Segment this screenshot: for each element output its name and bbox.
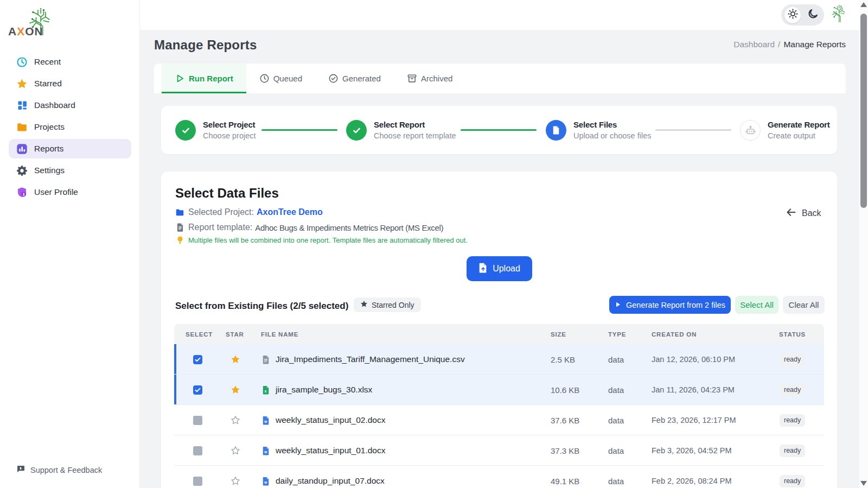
xlsx-file-icon: x xyxy=(262,375,270,405)
selected-project-link[interactable]: AxonTree Demo xyxy=(257,207,323,217)
sidebar-item-user-profile[interactable]: User Profile xyxy=(0,181,140,203)
file-row-1[interactable]: Jira_Impediments_Tariff_Management_Uniqu… xyxy=(174,344,824,375)
file-row-5[interactable]: wdaily_standup_input_07.docx49.1 KBdataF… xyxy=(174,466,824,488)
file-type: data xyxy=(608,435,624,466)
breadcrumb-dashboard-link[interactable]: Dashboard xyxy=(733,40,775,49)
brand-name: AXON xyxy=(8,25,43,38)
svg-text:w: w xyxy=(264,420,267,423)
archive-icon xyxy=(407,73,417,84)
docx-file-icon: w xyxy=(262,405,270,435)
row-checkbox[interactable] xyxy=(193,446,202,455)
file-name: weekly_status_input_02.docx xyxy=(276,405,386,435)
sidebar-item-label: Reports xyxy=(34,144,63,154)
file-upload-icon xyxy=(478,263,488,275)
star-icon xyxy=(360,300,368,309)
clear-all-button[interactable]: Clear All xyxy=(783,296,825,314)
row-checkbox[interactable] xyxy=(193,477,202,486)
tab-label: Archived xyxy=(421,74,452,83)
scrollbar-up-arrow[interactable] xyxy=(860,2,867,7)
row-checkbox[interactable] xyxy=(193,385,202,395)
light-mode-button[interactable] xyxy=(784,7,801,23)
svg-text:w: w xyxy=(264,450,267,454)
status-badge: ready xyxy=(780,475,805,487)
select-all-button[interactable]: Select All xyxy=(735,296,778,314)
file-name: Jira_Impediments_Tariff_Management_Uniqu… xyxy=(276,344,465,375)
column-header-star: STAR xyxy=(226,324,244,344)
sidebar-item-recent[interactable]: Recent xyxy=(0,51,140,73)
app-root: AXON RecentStarredDashboardProjectsRepor… xyxy=(0,0,868,488)
sidebar-item-label: Settings xyxy=(34,166,65,175)
file-row-2[interactable]: xjira_sample_bugs_30.xlsx10.6 KBdataJan … xyxy=(174,375,824,405)
select-data-files-card: Select Data Files Selected Project: Axon… xyxy=(161,172,837,488)
sidebar-item-dashboard[interactable]: Dashboard xyxy=(0,94,140,116)
svg-text:x: x xyxy=(264,389,266,393)
chat-bubble-icon xyxy=(16,465,25,476)
tab-label: Generated xyxy=(342,74,381,83)
file-row-3[interactable]: wweekly_status_input_02.docx37.6 KBdataF… xyxy=(174,405,824,435)
star-outline-icon[interactable] xyxy=(231,446,240,455)
step-connector-2 xyxy=(461,129,537,131)
theme-toggle[interactable] xyxy=(781,4,824,26)
row-checkbox[interactable] xyxy=(193,416,202,425)
sidebar-item-label: User Profile xyxy=(34,187,78,197)
main-content: Manage Reports Dashboard/Manage Reports … xyxy=(140,30,868,488)
file-size: 37.3 KB xyxy=(551,435,579,466)
breadcrumb-current: Manage Reports xyxy=(783,40,846,49)
tab-generated[interactable]: Generated xyxy=(315,64,394,93)
dark-mode-button[interactable] xyxy=(807,9,819,21)
window-scrollbar[interactable] xyxy=(859,0,868,488)
file-text-icon xyxy=(175,223,184,232)
step-4-circle xyxy=(740,120,761,141)
starred-only-label: Starred Only xyxy=(372,301,414,309)
star-outline-icon[interactable] xyxy=(231,415,240,425)
sidebar-item-reports[interactable]: Reports xyxy=(0,138,140,160)
row-checkbox[interactable] xyxy=(193,355,202,364)
scrollbar-down-arrow[interactable] xyxy=(860,481,867,486)
folder-icon xyxy=(175,208,184,217)
sidebar-item-projects[interactable]: Projects xyxy=(0,116,140,138)
scrollbar-thumb[interactable] xyxy=(860,14,867,208)
play-icon xyxy=(175,73,185,84)
play-icon xyxy=(615,301,621,309)
reports-icon xyxy=(16,143,28,155)
breadcrumb: Dashboard/Manage Reports xyxy=(154,40,846,49)
tip-row: Multiple files will be combined into one… xyxy=(175,236,468,244)
tab-queued[interactable]: Queued xyxy=(246,64,315,93)
sidebar-item-label: Recent xyxy=(34,57,61,67)
moon-icon xyxy=(807,8,819,22)
file-size: 10.6 KB xyxy=(551,375,579,405)
step-4-title: Generate Report xyxy=(768,120,830,129)
file-created-on: Feb 2, 2026, 08:24 PM xyxy=(652,466,732,488)
check-icon xyxy=(328,73,339,84)
gear-icon xyxy=(16,165,28,176)
sidebar-item-settings[interactable]: Settings xyxy=(0,160,140,181)
sidebar-item-starred[interactable]: Starred xyxy=(0,73,140,94)
star-icon xyxy=(16,78,28,90)
step-3-subtitle: Upload or choose files xyxy=(573,131,651,140)
column-header-created-on: CREATED ON xyxy=(652,324,697,344)
status-badge: ready xyxy=(780,384,805,396)
starred-only-toggle[interactable]: Starred Only xyxy=(354,297,421,312)
back-button[interactable]: Back xyxy=(786,207,821,219)
sidebar: AXON RecentStarredDashboardProjectsRepor… xyxy=(0,0,140,488)
tab-archived[interactable]: Archived xyxy=(394,64,465,93)
sidebar-item-support-feedback[interactable]: Support & Feedback xyxy=(16,465,102,476)
docx-file-icon: w xyxy=(262,435,270,466)
existing-files-heading: Select from Existing Files (2/5 selected… xyxy=(175,301,348,312)
upload-button[interactable]: Upload xyxy=(467,256,532,281)
dashboard-icon xyxy=(16,100,28,111)
column-header-size: SIZE xyxy=(551,324,566,344)
generate-report-button[interactable]: Generate Report from 2 files xyxy=(609,296,731,314)
step-2-subtitle: Choose report template xyxy=(374,131,456,140)
file-type: data xyxy=(608,405,624,435)
star-filled-icon[interactable] xyxy=(231,385,240,395)
star-outline-icon[interactable] xyxy=(231,476,240,486)
tab-run-report[interactable]: Run Report xyxy=(162,64,246,93)
table-header: SELECT STAR FILE NAME SIZE TYPE CREATED … xyxy=(174,324,824,344)
axon-tree-icon-small xyxy=(828,4,846,25)
topbar xyxy=(140,0,868,30)
status-badge: ready xyxy=(780,414,805,427)
step-2-circle xyxy=(346,120,367,141)
file-row-4[interactable]: wweekly_status_input_01.docx37.3 KBdataF… xyxy=(174,435,824,466)
star-filled-icon[interactable] xyxy=(231,354,240,364)
